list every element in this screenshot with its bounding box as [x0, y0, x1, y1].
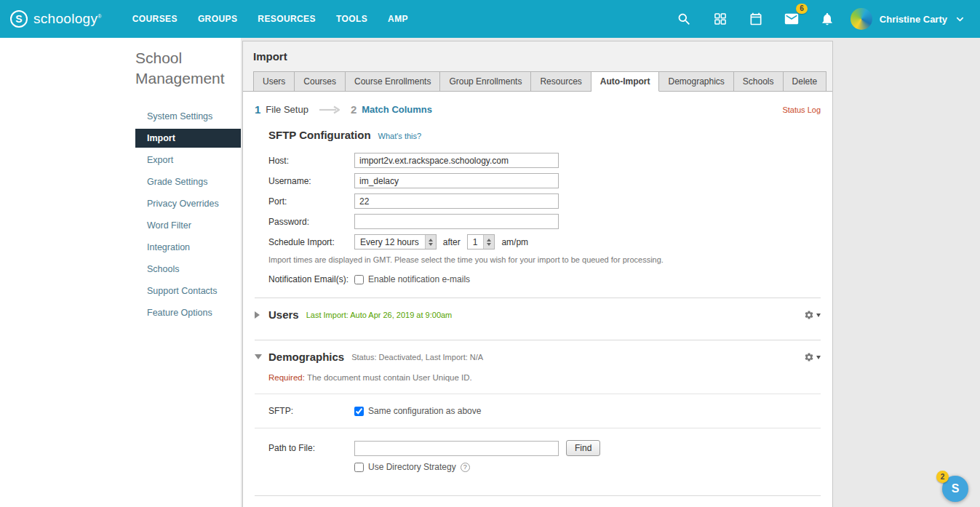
page-title: Import [253, 50, 822, 63]
select-stepper-icon [425, 235, 436, 249]
tab-demographics[interactable]: Demographics [659, 71, 733, 92]
required-note: Required: The document must contain User… [243, 372, 832, 394]
gear-icon [804, 310, 814, 320]
wizard-steps: 1 File Setup 2 Match Columns Status Log [243, 92, 832, 126]
password-label: Password: [268, 217, 354, 227]
enable-notification-checkbox[interactable] [354, 275, 364, 284]
username-label: Username: [268, 176, 354, 186]
sidebar-item-schools[interactable]: Schools [135, 260, 241, 279]
calendar-icon[interactable] [747, 10, 765, 28]
nav-groups[interactable]: GROUPS [198, 14, 237, 24]
tab-course-enrollments[interactable]: Course Enrollments [346, 71, 440, 92]
sidebar-item-export[interactable]: Export [135, 151, 241, 169]
chat-launcher-letter: S [952, 482, 960, 495]
find-button[interactable]: Find [566, 440, 600, 456]
whats-this-link[interactable]: What's this? [378, 132, 422, 140]
user-account-menu[interactable]: Christine Carty [850, 8, 965, 30]
tab-schools[interactable]: Schools [734, 71, 784, 92]
same-configuration-text: Same configuration as above [368, 406, 481, 416]
gmt-note: Import times are displayed in GMT. Pleas… [268, 255, 821, 264]
nav-resources[interactable]: RESOURCES [258, 14, 316, 24]
courses-section-header[interactable]: Courses [243, 496, 832, 507]
sftp-configuration-heading: SFTP Configuration [268, 129, 371, 141]
demographics-section-title: Demographics [268, 351, 344, 363]
sftp-configuration-section: SFTP Configuration What's this? Host: Us… [243, 126, 832, 284]
tab-delete[interactable]: Delete [784, 71, 827, 92]
users-section-title: Users [268, 308, 299, 321]
gear-icon [804, 352, 814, 362]
notifications-bell-icon[interactable] [818, 10, 836, 28]
sidebar-item-grade-settings[interactable]: Grade Settings [135, 172, 241, 191]
hour-value: 1 [473, 237, 478, 247]
schedule-import-value: Every 12 hours [360, 237, 419, 247]
messages-icon[interactable]: 6 [783, 10, 800, 28]
sidebar-item-word-filter[interactable]: Word Filter [135, 216, 241, 235]
sidebar-item-feature-options[interactable]: Feature Options [135, 303, 241, 322]
notification-emails-label: Notification Email(s): [268, 274, 354, 284]
status-log-link[interactable]: Status Log [782, 105, 821, 114]
use-directory-strategy-checkbox[interactable] [354, 463, 364, 472]
use-directory-strategy-text: Use Directory Strategy [368, 462, 456, 472]
required-text: The document must contain User Unique ID… [307, 373, 472, 382]
tab-auto-import[interactable]: Auto-Import [591, 71, 660, 92]
brand-name: schoology® [33, 11, 102, 27]
users-section-header[interactable]: Users Last Import: Auto Apr 26, 2019 at … [243, 298, 832, 330]
port-input[interactable] [354, 193, 559, 209]
user-name: Christine Carty [880, 14, 947, 25]
sidebar-title: School Management [135, 48, 231, 89]
password-input[interactable] [354, 214, 559, 229]
after-label: after [443, 237, 461, 247]
messages-count-badge: 6 [796, 4, 808, 14]
header-icon-group: 6 [676, 10, 836, 28]
school-management-sidebar: School Management System Settings Import… [0, 38, 241, 507]
demographics-settings-menu[interactable] [804, 352, 821, 362]
import-card: Import Users Courses Course Enrollments … [242, 41, 833, 507]
schoology-logo[interactable]: S schoology® [10, 10, 102, 28]
top-navigation-bar: S schoology® COURSES GROUPS RESOURCES TO… [0, 0, 980, 38]
nav-courses[interactable]: COURSES [132, 14, 178, 24]
demographics-section-header[interactable]: Demographics Status: Deactivated, Last I… [243, 340, 832, 372]
chevron-down-icon [255, 354, 262, 363]
brand-trademark: ® [97, 14, 101, 19]
main-content: Import Users Courses Course Enrollments … [241, 38, 980, 507]
sidebar-nav: System Settings Import Export Grade Sett… [135, 107, 241, 322]
sidebar-item-import[interactable]: Import [135, 129, 241, 148]
port-label: Port: [268, 196, 354, 207]
step-2-number: 2 [351, 103, 356, 116]
host-label: Host: [268, 156, 354, 166]
nav-amp[interactable]: AMP [388, 14, 408, 24]
schoology-logo-icon: S [10, 10, 28, 28]
schedule-import-select[interactable]: Every 12 hours [354, 234, 437, 249]
path-to-file-input[interactable] [354, 441, 559, 456]
sidebar-item-integration[interactable]: Integration [135, 238, 241, 257]
same-configuration-checkbox[interactable] [354, 407, 364, 416]
search-icon[interactable] [676, 10, 693, 28]
tab-resources[interactable]: Resources [531, 71, 591, 92]
chat-launcher-button[interactable]: S 2 [942, 476, 968, 502]
step-1-label: File Setup [266, 104, 308, 115]
users-settings-menu[interactable] [804, 310, 821, 320]
tab-courses[interactable]: Courses [295, 71, 346, 92]
host-input[interactable] [354, 153, 559, 168]
sidebar-item-privacy-overrides[interactable]: Privacy Overrides [135, 194, 241, 213]
sidebar-item-support-contacts[interactable]: Support Contacts [135, 282, 241, 300]
caret-down-icon [816, 356, 821, 362]
hour-select[interactable]: 1 [467, 234, 495, 249]
tab-group-enrollments[interactable]: Group Enrollments [440, 71, 531, 92]
step-2-link[interactable]: Match Columns [362, 104, 432, 115]
username-input[interactable] [354, 173, 559, 188]
primary-nav: COURSES GROUPS RESOURCES TOOLS AMP [132, 14, 408, 24]
schedule-import-label: Schedule Import: [268, 237, 354, 247]
caret-down-icon [816, 314, 821, 319]
help-icon[interactable]: ? [461, 463, 470, 472]
nav-tools[interactable]: TOOLS [336, 14, 367, 24]
demographics-status: Status: Deactivated, Last Import: N/A [351, 353, 483, 362]
apps-grid-icon[interactable] [712, 10, 729, 28]
demographics-sftp-label: SFTP: [268, 406, 354, 416]
enable-notification-text: Enable notification e-mails [368, 274, 470, 284]
card-header: Import Users Courses Course Enrollments … [243, 41, 832, 92]
avatar [850, 8, 872, 30]
sidebar-item-system-settings[interactable]: System Settings [135, 107, 241, 126]
tab-users[interactable]: Users [253, 71, 295, 92]
chat-unread-badge: 2 [936, 471, 949, 483]
